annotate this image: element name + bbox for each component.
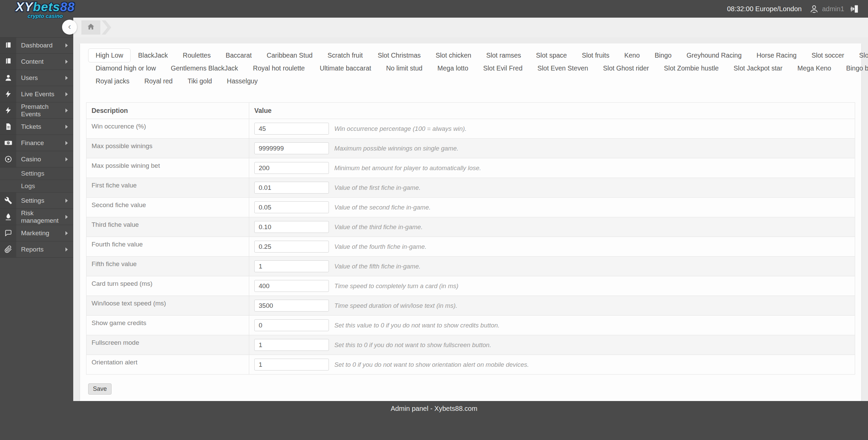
tab-greyhound-racing[interactable]: Greyhound Racing (679, 48, 749, 62)
sidebar-item-prematch-events[interactable]: Prematch Events (0, 102, 73, 119)
sidebar-item-settings[interactable]: Settings (0, 193, 73, 209)
banknote-icon: 1 (0, 135, 16, 151)
tab-slot-ghost-rider[interactable]: Slot Ghost rider (596, 61, 656, 75)
tab-royal-hot-roulette[interactable]: Royal hot roulette (245, 61, 312, 75)
value-input-show-game-credits[interactable] (254, 319, 329, 331)
save-button[interactable]: Save (88, 383, 112, 395)
table-row: Max possible wining betMinimum bet amoun… (86, 158, 855, 178)
value-input-first-fiche-value[interactable] (254, 182, 329, 194)
wrench-icon (0, 193, 16, 208)
chevron-right-icon (65, 108, 68, 113)
logout-button[interactable] (849, 3, 859, 14)
value-input-fourth-fiche-value[interactable] (254, 241, 329, 253)
tab-tiki-gold[interactable]: Tiki gold (180, 74, 219, 88)
sidebar-subitem-label: Settings (21, 170, 44, 177)
sidebar-subitem-casino-settings[interactable]: Settings (0, 167, 73, 180)
column-header-description: Description (86, 103, 249, 119)
brand-title: XYbets88 (16, 1, 75, 13)
tab-slot-christmas[interactable]: Slot Christmas (370, 48, 428, 62)
value-input-max-possible-winings[interactable] (254, 142, 329, 154)
setting-description: Max possible wining bet (86, 158, 249, 178)
sidebar-item-label: Users (21, 74, 65, 82)
main-content: ‹ High LowBlackJackRoulettesBaccaratCari… (73, 18, 868, 440)
setting-description: Win occurence (%) (86, 119, 249, 139)
table-row: Second fiche valueValue of the second fi… (86, 198, 855, 217)
tab-slot-space[interactable]: Slot space (529, 48, 574, 62)
table-row: Card turn speed (ms)Time speed to comple… (86, 276, 855, 296)
value-input-card-turn-speed-ms[interactable] (254, 280, 329, 292)
sidebar-item-finance[interactable]: 1Finance (0, 135, 73, 151)
bolt-icon (0, 102, 16, 118)
tab-no-limit-stud[interactable]: No limit stud (379, 61, 430, 75)
table-row: Show game creditsSet this value to 0 if … (86, 316, 855, 335)
game-tabs: High LowBlackJackRoulettesBaccaratCaribb… (88, 49, 853, 87)
tab-slot-zombie-hustle[interactable]: Slot Zombie hustle (656, 61, 726, 75)
tab-royal-jacks[interactable]: Royal jacks (88, 74, 137, 88)
sidebar-item-tickets[interactable]: Tickets (0, 119, 73, 135)
tab-slot-chicken[interactable]: Slot chicken (428, 48, 479, 62)
sidebar-item-dashboard[interactable]: Dashboard (0, 37, 73, 54)
value-input-third-fiche-value[interactable] (254, 221, 329, 233)
chevron-right-icon (65, 247, 68, 252)
tab-scratch-fruit[interactable]: Scratch fruit (320, 48, 370, 62)
tab-roulettes[interactable]: Roulettes (175, 48, 218, 62)
sidebar-item-risk-management[interactable]: Risk management (0, 209, 73, 225)
tab-mega-lotto[interactable]: Mega lotto (430, 61, 476, 75)
sidebar-item-casino[interactable]: Casino (0, 151, 73, 167)
tab-keno[interactable]: Keno (617, 48, 647, 62)
tab-slot-even-steven[interactable]: Slot Even Steven (530, 61, 596, 75)
tab-hasselguy[interactable]: Hasselguy (219, 74, 265, 88)
setting-description: Card turn speed (ms) (86, 276, 249, 296)
tab-royal-red[interactable]: Royal red (137, 74, 180, 88)
value-input-max-possible-wining-bet[interactable] (254, 162, 329, 174)
sidebar-item-reports[interactable]: Reports (0, 241, 73, 258)
book-icon (0, 54, 16, 69)
tab-caribbean-stud[interactable]: Caribbean Stud (259, 48, 320, 62)
sidebar-item-live-events[interactable]: Live Events (0, 86, 73, 102)
sidebar-item-label: Dashboard (21, 42, 65, 49)
table-row: First fiche valueValue of the first fich… (86, 178, 855, 198)
breadcrumb-home-button[interactable] (81, 20, 100, 35)
tab-slot-ramses[interactable]: Slot ramses (479, 48, 529, 62)
user-menu[interactable]: admin1 (809, 4, 844, 14)
chevron-right-icon (65, 231, 68, 235)
setting-description: Fullscreen mode (86, 335, 249, 355)
value-input-win-loose-text-speed-ms[interactable] (254, 300, 329, 312)
play-circle-icon (0, 151, 16, 167)
tab-bingo[interactable]: Bingo (647, 48, 679, 62)
chevron-right-icon (65, 199, 68, 203)
tab-high-low[interactable]: High Low (88, 48, 131, 62)
sidebar-collapse-button[interactable]: ‹ (62, 20, 77, 35)
table-row: Max possible winingsMaximum possible win… (86, 139, 855, 158)
setting-description: Fifth fiche value (86, 257, 249, 276)
tab-bingo-bonanza[interactable]: Bingo bonanza (839, 61, 868, 75)
sidebar-subitem-casino-logs[interactable]: Logs (0, 180, 73, 193)
tab-slot-jackpot-star[interactable]: Slot Jackpot star (726, 61, 790, 75)
value-input-win-occurence[interactable] (254, 123, 329, 135)
brand-tagline: crypto casino (16, 14, 75, 19)
value-input-fullscreen-mode[interactable] (254, 339, 329, 351)
tab-gentlemens-blackjack[interactable]: Gentlemens BlackJack (163, 61, 245, 75)
value-input-second-fiche-value[interactable] (254, 201, 329, 213)
table-row: Fourth fiche valueValue of the fourth fi… (86, 237, 855, 257)
tab-blackjack[interactable]: BlackJack (131, 48, 175, 62)
flame-icon (0, 209, 16, 225)
value-input-fifth-fiche-value[interactable] (254, 260, 329, 272)
tab-slot-soccer-3d[interactable]: Slot soccer 3D (852, 48, 868, 62)
tab-horse-racing[interactable]: Horse Racing (749, 48, 804, 62)
sidebar-item-label: Marketing (21, 229, 65, 237)
setting-hint: Set to 0 if you do not want to show orie… (334, 361, 529, 368)
sidebar-item-users[interactable]: Users (0, 70, 73, 86)
brand-logo[interactable]: XYbets88 crypto casino (16, 1, 75, 19)
sidebar-item-marketing[interactable]: Marketing (0, 225, 73, 241)
tab-ultimate-baccarat[interactable]: Ultimate baccarat (312, 61, 379, 75)
chevron-right-icon (65, 60, 68, 64)
tab-slot-evil-fred[interactable]: Slot Evil Fred (476, 61, 530, 75)
tab-slot-soccer[interactable]: Slot soccer (804, 48, 851, 62)
tab-slot-fruits[interactable]: Slot fruits (574, 48, 617, 62)
value-input-orientation-alert[interactable] (254, 359, 329, 371)
tab-diamond-high-or-low[interactable]: Diamond high or low (88, 61, 163, 75)
tab-baccarat[interactable]: Baccarat (218, 48, 259, 62)
tab-mega-keno[interactable]: Mega Keno (790, 61, 839, 75)
sidebar-item-content[interactable]: Content (0, 54, 73, 70)
